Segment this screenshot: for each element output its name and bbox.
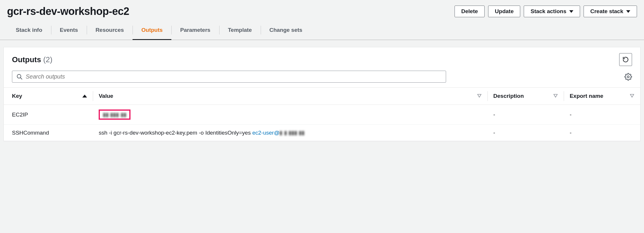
cell-description: - xyxy=(488,125,564,141)
col-header-description[interactable]: Description xyxy=(488,88,564,105)
cell-key: EC2IP xyxy=(4,105,93,125)
cell-value: ▮▮ ▮▮▮ ▮▮ xyxy=(93,105,488,125)
search-outputs[interactable] xyxy=(12,71,446,83)
outputs-panel: Outputs (2) xyxy=(4,47,640,141)
svg-marker-5 xyxy=(630,94,634,97)
stack-actions-button[interactable]: Stack actions xyxy=(524,6,580,17)
tabs: Stack infoEventsResourcesOutputsParamete… xyxy=(7,20,644,40)
svg-line-1 xyxy=(20,77,22,79)
create-stack-button[interactable]: Create stack xyxy=(584,6,637,17)
panel-count: (2) xyxy=(43,55,53,64)
outputs-table: Key Value Desc xyxy=(4,87,640,141)
tab-stackinfo[interactable]: Stack info xyxy=(7,20,51,40)
sort-asc-icon xyxy=(82,95,87,98)
create-stack-label: Create stack xyxy=(590,8,623,15)
panel-title-text: Outputs xyxy=(12,55,41,64)
value-prefix: ssh -i gcr-rs-dev-workshop-ec2-key.pem -… xyxy=(99,130,252,136)
tab-resources[interactable]: Resources xyxy=(87,20,133,40)
cell-key: SSHCommand xyxy=(4,125,93,141)
redacted-text: ▮ ▮ ▮▮▮ ▮▮ xyxy=(279,130,304,136)
table-row: SSHCommandssh -i gcr-rs-dev-workshop-ec2… xyxy=(4,125,640,141)
svg-point-2 xyxy=(627,76,629,78)
redacted-text: ▮▮ ▮▮▮ ▮▮ xyxy=(103,112,126,118)
tab-template[interactable]: Template xyxy=(219,20,261,40)
col-export-label: Export name xyxy=(570,93,603,99)
header-actions: Delete Update Stack actions Create stack xyxy=(455,6,637,17)
refresh-button[interactable] xyxy=(619,53,632,66)
panel-title: Outputs (2) xyxy=(12,55,53,64)
update-button[interactable]: Update xyxy=(488,6,520,17)
settings-button[interactable] xyxy=(624,73,632,81)
caret-down-icon xyxy=(626,10,630,13)
cell-export-name: - xyxy=(564,125,640,141)
stack-actions-label: Stack actions xyxy=(530,8,566,15)
col-desc-label: Description xyxy=(493,93,524,99)
cell-value: ssh -i gcr-rs-dev-workshop-ec2-key.pem -… xyxy=(93,125,488,141)
delete-button[interactable]: Delete xyxy=(455,6,485,17)
sort-icon xyxy=(630,93,634,99)
svg-marker-3 xyxy=(478,94,481,97)
svg-marker-4 xyxy=(554,94,557,97)
refresh-icon xyxy=(622,56,629,63)
col-value-label: Value xyxy=(99,93,113,99)
tab-changesets[interactable]: Change sets xyxy=(261,20,311,40)
link-prefix: ec2-user@ xyxy=(252,130,279,136)
col-header-export[interactable]: Export name xyxy=(564,88,640,105)
value-link[interactable]: ec2-user@▮ ▮ ▮▮▮ ▮▮ xyxy=(252,130,304,136)
caret-down-icon xyxy=(569,10,573,13)
cell-export-name: - xyxy=(564,105,640,125)
sort-icon xyxy=(477,93,482,99)
page-title: gcr-rs-dev-workshop-ec2 xyxy=(7,5,129,18)
col-header-key[interactable]: Key xyxy=(4,88,93,105)
col-header-value[interactable]: Value xyxy=(93,88,488,105)
search-input[interactable] xyxy=(26,73,442,80)
tab-outputs[interactable]: Outputs xyxy=(133,20,171,40)
tab-events[interactable]: Events xyxy=(51,20,87,40)
table-row: EC2IP▮▮ ▮▮▮ ▮▮-- xyxy=(4,105,640,125)
cell-description: - xyxy=(488,105,564,125)
search-icon xyxy=(16,74,23,80)
col-key-label: Key xyxy=(12,93,22,99)
tab-parameters[interactable]: Parameters xyxy=(171,20,219,40)
highlighted-value: ▮▮ ▮▮▮ ▮▮ xyxy=(99,109,130,120)
sort-icon xyxy=(553,93,558,99)
